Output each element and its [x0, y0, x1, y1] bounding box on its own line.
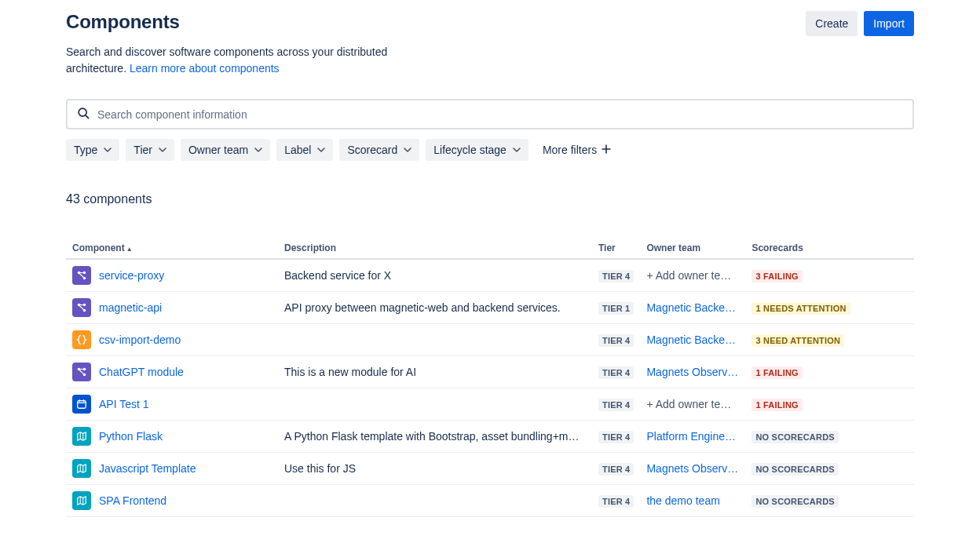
table-row: API Test 1TIER 4+ Add owner te…1 FAILING — [66, 388, 914, 421]
scorecard-badge: NO SCORECARDS — [751, 463, 838, 476]
add-owner-button[interactable]: + Add owner te… — [646, 269, 731, 282]
scorecard-badge: 1 FAILING — [751, 399, 802, 411]
tier-badge: TIER 1 — [598, 302, 634, 315]
tier-badge: TIER 4 — [598, 334, 634, 347]
page-subtitle: Search and discover software components … — [66, 44, 404, 77]
map-icon — [72, 491, 91, 510]
component-description: API proxy between magnetic-web and backe… — [278, 292, 592, 324]
component-name-link[interactable]: ChatGPT module — [99, 366, 184, 378]
plus-icon — [602, 144, 611, 156]
chevron-down-icon — [317, 146, 325, 154]
filter-chip-label: Scorecard — [347, 144, 397, 156]
component-description: A Python Flask template with Bootstrap, … — [278, 421, 592, 453]
search-input[interactable] — [91, 107, 905, 122]
scorecard-badge: 1 NEEDS ATTENTION — [751, 302, 850, 315]
filter-chip-owner-team[interactable]: Owner team — [181, 139, 270, 161]
tier-badge: TIER 4 — [598, 495, 634, 508]
col-component-header[interactable]: Component▲ — [66, 238, 278, 259]
table-header-row: Component▲ Description Tier Owner team S… — [66, 238, 914, 259]
scorecard-badge: 3 NEED ATTENTION — [751, 334, 844, 347]
more-filters-label: More filters — [543, 144, 597, 156]
owner-team-link[interactable]: Magnetic Backe… — [646, 333, 736, 346]
svg-line-1 — [86, 115, 88, 118]
component-description — [278, 388, 592, 421]
scorecard-badge: 1 FAILING — [751, 366, 802, 379]
search-field-wrapper[interactable] — [66, 99, 914, 129]
filter-chip-scorecard[interactable]: Scorecard — [339, 139, 419, 161]
chevron-down-icon — [104, 146, 112, 154]
tier-badge: TIER 4 — [598, 431, 634, 443]
filter-chip-lifecycle-stage[interactable]: Lifecycle stage — [426, 139, 528, 161]
filter-chip-tier[interactable]: Tier — [126, 139, 174, 161]
filter-chip-label: Lifecycle stage — [433, 144, 506, 156]
filter-chip-type[interactable]: Type — [66, 139, 119, 161]
components-table: Component▲ Description Tier Owner team S… — [66, 238, 914, 517]
import-button[interactable]: Import — [864, 11, 914, 36]
owner-team-link[interactable]: Platform Engine… — [646, 430, 736, 443]
results-count: 43 components — [66, 192, 914, 206]
filter-chip-label[interactable]: Label — [276, 139, 333, 161]
tier-badge: TIER 4 — [598, 366, 634, 379]
owner-team-link[interactable]: the demo team — [646, 494, 719, 507]
tier-badge: TIER 4 — [598, 463, 634, 476]
component-name-link[interactable]: magnetic-api — [99, 301, 162, 314]
table-row: csv-import-demoTIER 4Magnetic Backe…3 NE… — [66, 324, 914, 356]
component-description — [278, 485, 592, 517]
search-icon — [75, 105, 91, 123]
tier-badge: TIER 4 — [598, 270, 634, 282]
scorecard-badge: 3 FAILING — [751, 270, 802, 282]
component-name-link[interactable]: csv-import-demo — [99, 333, 181, 346]
component-name-link[interactable]: API Test 1 — [99, 398, 149, 410]
chevron-down-icon — [159, 146, 166, 154]
col-owner-header: Owner team — [640, 238, 745, 259]
filter-chip-label: Tier — [133, 144, 152, 156]
svg-rect-11 — [78, 401, 86, 409]
tier-badge: TIER 4 — [598, 399, 634, 411]
svg-point-9 — [83, 368, 86, 371]
calendar-icon — [72, 395, 91, 414]
table-row: magnetic-apiAPI proxy between magnetic-w… — [66, 292, 914, 324]
table-row: ChatGPT moduleThis is a new module for A… — [66, 356, 914, 388]
map-icon — [72, 427, 91, 446]
map-icon — [72, 459, 91, 478]
component-name-link[interactable]: SPA Frontend — [99, 494, 166, 507]
component-name-link[interactable]: Javascript Template — [99, 462, 196, 475]
learn-more-link[interactable]: Learn more about components — [130, 62, 280, 75]
table-row: Javascript TemplateUse this for JSTIER 4… — [66, 453, 914, 485]
svg-point-0 — [79, 108, 86, 116]
col-scorecards-header: Scorecards — [745, 238, 914, 259]
component-name-link[interactable]: service-proxy — [99, 269, 164, 282]
chevron-down-icon — [513, 146, 521, 154]
col-tier-header: Tier — [592, 238, 640, 259]
chevron-down-icon — [404, 146, 411, 154]
svg-point-3 — [83, 272, 86, 275]
filter-chip-label: Label — [284, 144, 311, 156]
component-description: Backend service for X — [278, 259, 592, 292]
filter-chip-label: Type — [74, 144, 97, 156]
scorecard-badge: NO SCORECARDS — [751, 431, 838, 443]
col-description-header: Description — [278, 238, 592, 259]
owner-team-link[interactable]: Magnets Observ… — [646, 462, 738, 475]
more-filters-button[interactable]: More filters — [535, 139, 619, 161]
table-row: Python FlaskA Python Flask template with… — [66, 421, 914, 453]
filter-chip-label: Owner team — [188, 144, 248, 156]
sort-arrow-icon: ▲ — [126, 246, 133, 253]
service-icon — [72, 266, 91, 285]
page-title: Components — [66, 11, 180, 33]
svg-point-6 — [83, 304, 86, 307]
service-icon — [72, 298, 91, 317]
component-description: This is a new module for AI — [278, 356, 592, 388]
scorecard-badge: NO SCORECARDS — [751, 495, 838, 508]
chevron-down-icon — [254, 146, 262, 154]
add-owner-button[interactable]: + Add owner te… — [646, 398, 731, 410]
table-row: service-proxyBackend service for XTIER 4… — [66, 259, 914, 292]
service-icon — [72, 363, 91, 381]
create-button[interactable]: Create — [806, 11, 858, 36]
component-name-link[interactable]: Python Flask — [99, 430, 163, 443]
owner-team-link[interactable]: Magnets Observ… — [646, 366, 738, 378]
braces-icon — [72, 330, 91, 349]
component-description: Use this for JS — [278, 453, 592, 485]
owner-team-link[interactable]: Magnetic Backe… — [646, 301, 736, 314]
table-row: SPA FrontendTIER 4the demo teamNO SCOREC… — [66, 485, 914, 517]
component-description — [278, 324, 592, 356]
